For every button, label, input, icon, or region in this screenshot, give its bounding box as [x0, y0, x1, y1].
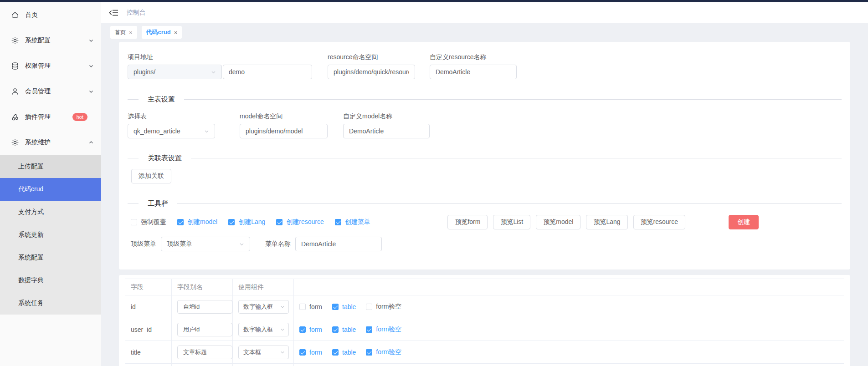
checkbox[interactable] — [332, 349, 339, 356]
sidebar-item-member[interactable]: 会员管理 — [0, 79, 101, 104]
window-top-strip — [0, 0, 868, 2]
resource-name-group: 自定义resource名称 — [430, 53, 517, 79]
checkbox-form[interactable]: form — [299, 326, 322, 333]
chevron-down-icon — [88, 63, 94, 69]
table-row-user-id: user_id 数字输入框 form table form验空 — [125, 318, 844, 341]
section-divider-main-table: 主表设置 — [128, 95, 842, 104]
sidebar-item-home[interactable]: 首页 — [0, 2, 101, 28]
sidebar-item-label: 系统维护 — [25, 138, 88, 147]
resource-name-input[interactable] — [430, 65, 517, 79]
submenu-item-upload-config[interactable]: 上传配置 — [0, 155, 101, 178]
sidebar-item-plugin[interactable]: 插件管理 hot — [0, 104, 101, 130]
submenu-item-payment[interactable]: 支付方式 — [0, 201, 101, 224]
field-alias-input[interactable] — [177, 346, 232, 359]
menu-name-label: 菜单名称 — [265, 240, 291, 248]
submenu-item-code-crud[interactable]: 代码crud — [0, 178, 101, 201]
checkbox[interactable] — [177, 219, 184, 225]
checkbox-form-validate[interactable]: form验空 — [366, 303, 401, 311]
checkbox[interactable] — [366, 304, 372, 310]
preview-lang-button[interactable]: 预览Lang — [586, 215, 627, 229]
sidebar-collapse-icon[interactable] — [108, 7, 119, 18]
checkbox[interactable] — [299, 349, 306, 356]
checkbox-create-model[interactable]: 创建model — [177, 218, 217, 226]
sidebar-item-system-config[interactable]: 系统配置 — [0, 28, 101, 53]
preview-resource-button[interactable]: 预览resource — [633, 215, 685, 229]
project-name-input[interactable] — [223, 65, 312, 79]
chevron-down-icon — [88, 38, 94, 43]
field-name-cell: user_id — [125, 318, 172, 341]
fields-table-card: 字段 字段别名 使用组件 id 数字输入框 — [119, 275, 850, 366]
field-alias-input[interactable] — [177, 323, 232, 336]
table-row-partial — [125, 364, 844, 366]
table-header-row: 字段 字段别名 使用组件 — [125, 279, 844, 295]
checkbox-table[interactable]: table — [332, 303, 356, 310]
checkbox[interactable] — [332, 304, 339, 310]
chevron-up-icon — [88, 140, 94, 145]
add-relation-button[interactable]: 添加关联 — [131, 169, 171, 183]
preview-model-button[interactable]: 预览model — [536, 215, 580, 229]
sidebar-item-permission[interactable]: 权限管理 — [0, 53, 101, 79]
tab-close-icon[interactable]: × — [129, 29, 133, 36]
tab-home[interactable]: 首页× — [110, 26, 137, 39]
chevron-down-icon — [280, 305, 285, 309]
checkbox[interactable] — [276, 219, 282, 225]
checkbox-form[interactable]: form — [299, 303, 322, 310]
page-content: 项目地址 plugins/ resource命名空间 自定义resource名称 — [101, 42, 868, 366]
resource-namespace-input[interactable] — [328, 65, 415, 79]
project-prefix-select[interactable]: plugins/ — [128, 65, 222, 79]
tab-close-icon[interactable]: × — [174, 29, 178, 36]
sidebar-item-label: 插件管理 — [25, 113, 72, 121]
preview-list-button[interactable]: 预览List — [493, 215, 530, 229]
model-namespace-input[interactable] — [240, 124, 328, 138]
checkbox-form-validate[interactable]: form验空 — [366, 348, 401, 356]
checkbox[interactable] — [299, 304, 306, 310]
home-icon — [11, 11, 19, 19]
checkbox[interactable] — [131, 219, 137, 225]
table-select[interactable]: qk_demo_article — [128, 124, 215, 138]
submenu-item-system-task[interactable]: 系统任务 — [0, 292, 101, 315]
menu-row: 顶级菜单 顶级菜单 菜单名称 — [131, 237, 382, 251]
submenu-item-system-update[interactable]: 系统更新 — [0, 224, 101, 246]
sidebar-item-maintenance[interactable]: 系统维护 — [0, 130, 101, 155]
component-select[interactable]: 文本框 — [238, 346, 289, 359]
checkbox-create-lang[interactable]: 创建Lang — [228, 218, 265, 226]
checkbox-create-menu[interactable]: 创建菜单 — [335, 218, 370, 226]
model-name-input[interactable] — [343, 124, 430, 138]
checkbox[interactable] — [228, 219, 235, 225]
submenu-item-data-dict[interactable]: 数据字典 — [0, 269, 101, 292]
chevron-down-icon — [211, 70, 216, 75]
fields-table: 字段 字段别名 使用组件 id 数字输入框 — [125, 279, 844, 366]
checkbox[interactable] — [366, 326, 372, 333]
field-name-cell: id — [125, 295, 172, 318]
submenu-item-system-config[interactable]: 系统配置 — [0, 246, 101, 269]
sidebar-submenu: 上传配置 代码crud 支付方式 系统更新 系统配置 数据字典 系统任务 — [0, 155, 101, 315]
checkbox-create-resource[interactable]: 创建resource — [276, 218, 324, 226]
chevron-down-icon — [239, 242, 244, 247]
tab-code-crud[interactable]: 代码crud× — [142, 26, 182, 39]
checkbox-form-validate[interactable]: form验空 — [366, 325, 401, 334]
main-area: 控制台 首页× 代码crud× 项目地址 plugins/ — [101, 2, 868, 366]
checkbox[interactable] — [335, 219, 341, 225]
table-row-id: id 数字输入框 form table form验空 — [125, 295, 844, 318]
checkbox[interactable] — [366, 349, 372, 356]
checkbox-form[interactable]: form — [299, 349, 322, 356]
preview-form-button[interactable]: 预览form — [447, 215, 488, 229]
menu-name-input[interactable] — [295, 237, 382, 251]
checkbox-table[interactable]: table — [332, 326, 356, 333]
model-name-group: 自定义model名称 — [343, 112, 430, 138]
checkbox-force-overwrite[interactable]: 强制覆盖 — [131, 218, 166, 226]
checkbox[interactable] — [332, 326, 339, 333]
field-label: 项目地址 — [128, 53, 312, 61]
top-menu-select[interactable]: 顶级菜单 — [161, 237, 250, 251]
breadcrumb[interactable]: 控制台 — [127, 9, 146, 17]
component-select[interactable]: 数字输入框 — [238, 323, 289, 336]
section-divider-relation: 关联表设置 — [128, 154, 842, 163]
create-button[interactable]: 创建 — [729, 215, 759, 229]
checkbox[interactable] — [299, 326, 306, 333]
chevron-down-icon — [204, 129, 209, 134]
chevron-down-icon — [280, 350, 285, 355]
component-select[interactable]: 数字输入框 — [238, 300, 289, 314]
project-path-group: 项目地址 plugins/ — [128, 53, 312, 79]
field-alias-input[interactable] — [177, 300, 232, 314]
checkbox-table[interactable]: table — [332, 349, 356, 356]
